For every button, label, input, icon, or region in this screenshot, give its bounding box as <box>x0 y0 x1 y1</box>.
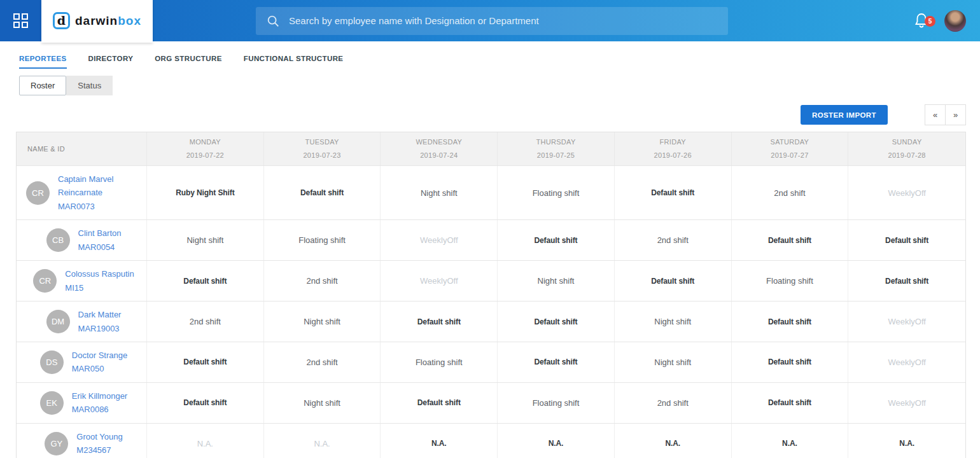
shift-cell[interactable]: N.A. <box>264 424 381 458</box>
shift-cell[interactable]: N.A. <box>147 424 264 458</box>
shift-label: N.A. <box>314 439 330 448</box>
shift-cell[interactable]: Night shift <box>264 302 381 342</box>
shift-cell[interactable]: 2nd shift <box>732 166 849 219</box>
employee-id-link[interactable]: MAR19003 <box>78 322 122 335</box>
shift-cell[interactable]: Default shift <box>848 261 965 301</box>
shift-cell[interactable]: N.A. <box>615 424 732 458</box>
employee-name-link[interactable]: Dark Matter <box>78 308 122 321</box>
shift-cell[interactable]: 2nd shift <box>264 342 381 382</box>
employee-roster-row: CBClint BartonMAR0054Night shiftFloating… <box>17 219 965 260</box>
shift-label: Default shift <box>417 317 461 326</box>
shift-label: Default shift <box>768 236 811 245</box>
shift-cell[interactable]: N.A. <box>381 424 498 458</box>
employee-name-cell: CRCaptain Marvel ReincarnateMAR0073 <box>17 166 147 219</box>
shift-cell[interactable]: Floating shift <box>732 261 849 301</box>
employee-roster-row: EKErik KillmongerMAR0086Default shiftNig… <box>17 382 965 423</box>
shift-label: Night shift <box>654 357 691 367</box>
tab-functional-structure[interactable]: FUNCTIONAL STRUCTURE <box>244 45 344 69</box>
shift-label: Floating shift <box>298 235 346 245</box>
day-date: 2019-07-22 <box>186 149 224 162</box>
shift-cell[interactable]: 2nd shift <box>615 220 732 260</box>
shift-cell[interactable]: Night shift <box>147 220 264 260</box>
employee-id-link[interactable]: MAR0086 <box>72 403 127 416</box>
shift-cell[interactable]: N.A. <box>732 424 849 458</box>
notifications-button[interactable]: 5 <box>914 12 930 30</box>
shift-cell[interactable]: N.A. <box>498 424 615 458</box>
week-pager: « » <box>925 104 966 125</box>
previous-week-button[interactable]: « <box>925 104 946 125</box>
shift-cell[interactable]: Default shift <box>498 302 615 342</box>
employee-id-link[interactable]: M234567 <box>76 443 122 457</box>
day-column-header: TUESDAY2019-07-23 <box>264 132 381 165</box>
employee-name-link[interactable]: Captain Marvel Reincarnate <box>58 172 141 200</box>
tab-reportees[interactable]: REPORTEES <box>19 45 67 69</box>
search-input[interactable] <box>289 15 718 26</box>
shift-label: 2nd shift <box>774 188 805 198</box>
shift-cell[interactable]: Default shift <box>147 383 264 423</box>
shift-cell[interactable]: Night shift <box>381 166 498 219</box>
tab-org-structure[interactable]: ORG STRUCTURE <box>155 45 222 69</box>
shift-cell[interactable]: Default shift <box>732 383 849 423</box>
shift-cell[interactable]: Night shift <box>615 342 732 382</box>
shift-cell[interactable]: Ruby Night Shift <box>147 166 264 219</box>
shift-cell[interactable]: Night shift <box>498 261 615 301</box>
shift-cell[interactable]: Default shift <box>732 220 849 260</box>
shift-cell[interactable]: WeeklyOff <box>848 302 965 342</box>
day-name: SUNDAY <box>892 135 922 149</box>
employee-id-link[interactable]: MI15 <box>65 281 134 295</box>
employee-id-link[interactable]: MAR050 <box>72 362 127 375</box>
user-avatar[interactable] <box>944 10 966 32</box>
shift-cell[interactable]: Night shift <box>264 383 381 423</box>
shift-cell[interactable]: Night shift <box>615 302 732 342</box>
shift-cell[interactable]: Floating shift <box>498 383 615 423</box>
next-week-button[interactable]: » <box>945 104 966 125</box>
global-search[interactable] <box>256 7 728 35</box>
shift-cell[interactable]: N.A. <box>848 424 965 458</box>
toggle-status[interactable]: Status <box>66 76 113 95</box>
shift-cell[interactable]: WeeklyOff <box>848 166 965 219</box>
app-grid-menu-button[interactable] <box>0 0 41 41</box>
shift-label: Default shift <box>651 188 694 197</box>
shift-cell[interactable]: 2nd shift <box>264 261 381 301</box>
shift-cell[interactable]: Default shift <box>498 342 615 382</box>
shift-cell[interactable]: WeeklyOff <box>848 342 965 382</box>
shift-cell[interactable]: Floating shift <box>498 166 615 219</box>
shift-label: 2nd shift <box>306 357 337 367</box>
shift-label: 2nd shift <box>657 398 689 408</box>
shift-cell[interactable]: Default shift <box>381 302 498 342</box>
employee-id-link[interactable]: MAR0054 <box>78 240 122 254</box>
employee-id-link[interactable]: MAR0073 <box>58 200 141 213</box>
shift-cell[interactable]: Default shift <box>381 383 498 423</box>
shift-cell[interactable]: WeeklyOff <box>381 261 498 301</box>
brand-logo[interactable]: d darwinbox <box>41 0 153 43</box>
shift-cell[interactable]: 2nd shift <box>147 302 264 342</box>
shift-cell[interactable]: Floating shift <box>381 342 498 382</box>
employee-name-link[interactable]: Clint Barton <box>78 226 122 240</box>
employee-name-link[interactable]: Erik Killmonger <box>72 389 127 403</box>
day-date: 2019-07-28 <box>888 149 925 162</box>
shift-cell[interactable]: Default shift <box>264 166 381 219</box>
shift-cell[interactable]: Default shift <box>147 261 264 301</box>
shift-cell[interactable]: Default shift <box>615 166 732 219</box>
shift-cell[interactable]: Default shift <box>615 261 732 301</box>
shift-cell[interactable]: Default shift <box>732 342 849 382</box>
employee-name-link[interactable]: Doctor Strange <box>72 349 127 362</box>
shift-label: Night shift <box>654 317 691 326</box>
employee-roster-row: DSDoctor StrangeMAR050Default shift2nd s… <box>17 342 965 382</box>
shift-cell[interactable]: WeeklyOff <box>381 220 498 260</box>
employee-roster-row: CRColossus RasputinMI15Default shift2nd … <box>17 260 965 301</box>
shift-cell[interactable]: Default shift <box>848 220 965 260</box>
shift-cell[interactable]: WeeklyOff <box>848 383 965 423</box>
shift-cell[interactable]: 2nd shift <box>615 383 732 423</box>
shift-cell[interactable]: Default shift <box>498 220 615 260</box>
employee-name-link[interactable]: Colossus Rasputin <box>65 267 134 281</box>
employee-name-link[interactable]: Groot Young <box>76 430 122 443</box>
day-column-header: FRIDAY2019-07-26 <box>615 132 732 165</box>
shift-cell[interactable]: Default shift <box>732 302 849 342</box>
toggle-roster[interactable]: Roster <box>19 76 66 95</box>
roster-import-button[interactable]: ROSTER IMPORT <box>801 105 888 125</box>
tab-directory[interactable]: DIRECTORY <box>88 45 134 69</box>
shift-cell[interactable]: Floating shift <box>264 220 381 260</box>
shift-cell[interactable]: Default shift <box>147 342 264 382</box>
top-app-bar: d darwinbox 5 <box>0 0 980 41</box>
